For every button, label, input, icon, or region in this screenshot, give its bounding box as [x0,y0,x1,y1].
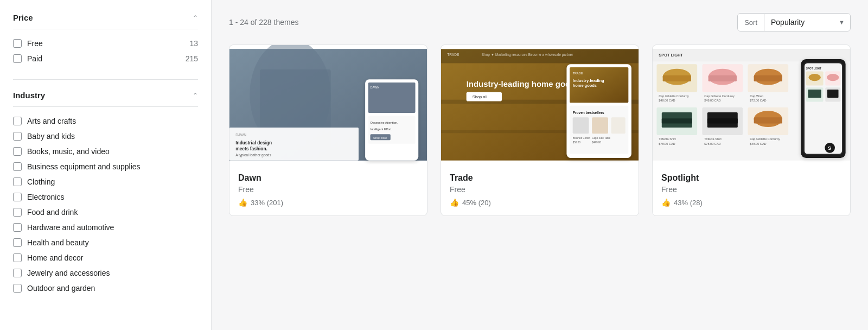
svg-rect-34 [592,117,608,134]
theme-rating-trade: 👍 45% (20) [450,198,630,207]
svg-text:$78.00 CAD: $78.00 CAD [704,142,720,145]
svg-text:Cap Giblette Corduroy: Cap Giblette Corduroy [704,94,735,98]
industry-filter-section: Industry ⌃ Arts and crafts Baby and kids… [13,91,198,296]
industry-option-clothing[interactable]: Clothing [13,174,198,189]
theme-rating-spotlight: 👍 43% (28) [661,198,841,207]
price-checkbox-free[interactable] [13,39,22,48]
industry-label-baby-and-kids: Baby and kids [27,132,75,141]
industry-label-health-and-beauty: Health and beauty [27,238,89,247]
industry-checkbox-outdoor-and-garden[interactable] [13,284,22,293]
price-chevron-icon[interactable]: ⌃ [193,14,198,22]
industry-option-outdoor-and-garden[interactable]: Outdoor and garden [13,281,198,296]
price-options-list: Free 13 Paid 215 [13,36,198,66]
svg-text:Shop now: Shop now [373,136,387,139]
svg-point-80 [827,74,839,81]
industry-option-arts-and-crafts[interactable]: Arts and crafts [13,113,198,129]
svg-text:DAWN: DAWN [235,133,246,137]
industry-label-electronics: Electronics [27,193,64,201]
themes-grid: DAWN Industrial design meets fashion. A … [229,45,851,216]
industry-chevron-icon[interactable]: ⌃ [193,92,198,99]
price-option-paid[interactable]: Paid 215 [13,51,198,66]
svg-text:Shop ▼   Marketing resources  : Shop ▼ Marketing resources Become a whol… [482,53,574,57]
industry-label-arts-and-crafts: Arts and crafts [27,117,76,125]
industry-label-books--music--and-video: Books, music, and video [27,147,110,156]
industry-checkbox-books--music--and-video[interactable] [13,147,22,156]
svg-rect-65 [707,118,738,123]
svg-rect-45 [663,75,691,81]
industry-checkbox-business-equipment-and-supplies[interactable] [13,162,22,171]
industry-checkbox-home-and-decor[interactable] [13,253,22,262]
svg-text:Industrial design: Industrial design [235,140,272,145]
industry-filter-header: Industry ⌃ [13,91,198,107]
theme-card-trade[interactable]: TRADE Shop ▼ Marketing resources Become … [441,45,639,216]
sort-container: Sort PopularityNewestPrice: Low to HighP… [737,13,851,31]
svg-text:Obsessive Attention.: Obsessive Attention. [370,121,398,124]
industry-option-health-and-beauty[interactable]: Health and beauty [13,235,198,250]
svg-text:Cap Giblette Corduroy: Cap Giblette Corduroy [659,94,689,98]
svg-text:SPOT LIGHT: SPOT LIGHT [659,53,683,58]
svg-rect-35 [611,117,626,134]
thumbs-up-icon: 👍 [661,198,671,207]
svg-text:$78.00 CAD: $78.00 CAD [659,142,675,145]
svg-text:Industry-leading: Industry-leading [573,78,604,83]
theme-price-dawn: Free [238,185,418,194]
top-bar: 1 - 24 of 228 themes Sort PopularityNewe… [229,13,851,31]
rating-text-trade: 45% (20) [462,199,491,207]
industry-checkbox-health-and-beauty[interactable] [13,238,22,247]
svg-rect-82 [808,90,821,98]
industry-checkbox-food-and-drink[interactable] [13,208,22,217]
industry-label-clothing: Clothing [27,177,55,186]
svg-text:SPOT LIGHT: SPOT LIGHT [806,67,821,70]
theme-image-dawn: DAWN Industrial design meets fashion. A … [229,45,427,164]
price-count-free: 13 [189,39,198,48]
industry-checkbox-baby-and-kids[interactable] [13,132,22,141]
industry-option-electronics[interactable]: Electronics [13,189,198,205]
price-filter-section: Price ⌃ Free 13 Paid 215 [13,13,198,66]
svg-text:Trifecta Shirt: Trifecta Shirt [704,137,722,141]
svg-text:meets fashion.: meets fashion. [235,146,267,151]
industry-label-jewelry-and-accessories: Jewelry and accessories [27,269,110,277]
theme-card-spotlight[interactable]: SPOT LIGHT Cap Giblette Corduroy $48.00 … [652,45,851,216]
theme-card-dawn[interactable]: DAWN Industrial design meets fashion. A … [229,45,427,216]
industry-checkbox-clothing[interactable] [13,177,22,186]
svg-rect-55 [754,75,782,81]
sidebar: Price ⌃ Free 13 Paid 215 Industry ⌃ [0,0,212,330]
theme-price-spotlight: Free [661,185,841,194]
svg-text:Cape Side Table: Cape Side Table [592,137,610,139]
industry-option-business-equipment-and-supplies[interactable]: Business equipment and supplies [13,159,198,174]
price-checkbox-paid[interactable] [13,54,22,63]
results-count: 1 - 24 of 228 themes [229,18,298,27]
sort-select[interactable]: PopularityNewestPrice: Low to HighPrice:… [764,14,850,31]
svg-text:TRADE: TRADE [447,53,459,56]
theme-image-spotlight: SPOT LIGHT Cap Giblette Corduroy $48.00 … [653,45,850,164]
theme-image-trade: TRADE Shop ▼ Marketing resources Become … [441,45,639,164]
svg-text:Brushed Cotton: Brushed Cotton [573,137,591,139]
price-label-paid: Paid [27,54,42,63]
price-option-free[interactable]: Free 13 [13,36,198,51]
sort-wrapper: Sort PopularityNewestPrice: Low to HighP… [737,13,851,31]
industry-option-home-and-decor[interactable]: Home and decor [13,250,198,265]
price-filter-header: Price ⌃ [13,13,198,29]
industry-option-food-and-drink[interactable]: Food and drink [13,205,198,220]
rating-text-dawn: 33% (201) [251,199,283,207]
industry-option-hardware-and-automotive[interactable]: Hardware and automotive [13,220,198,235]
industry-option-jewelry-and-accessories[interactable]: Jewelry and accessories [13,265,198,281]
industry-checkbox-jewelry-and-accessories[interactable] [13,269,22,277]
price-count-paid: 215 [186,54,198,63]
theme-info-dawn: Dawn Free 👍 33% (201) [229,164,427,215]
industry-checkbox-hardware-and-automotive[interactable] [13,223,22,232]
industry-checkbox-electronics[interactable] [13,193,22,201]
industry-label-food-and-drink: Food and drink [27,208,78,217]
svg-text:S: S [828,145,831,151]
industry-options-list: Arts and crafts Baby and kids Books, mus… [13,113,198,296]
svg-text:$50.00: $50.00 [573,141,581,144]
svg-text:DAWN: DAWN [370,86,379,89]
industry-checkbox-arts-and-crafts[interactable] [13,117,22,125]
industry-label-hardware-and-automotive: Hardware and automotive [27,223,114,232]
industry-option-baby-and-kids[interactable]: Baby and kids [13,129,198,144]
svg-rect-60 [662,118,692,123]
industry-label-outdoor-and-garden: Outdoor and garden [27,284,95,293]
theme-rating-dawn: 👍 33% (201) [238,198,418,207]
svg-text:Cap Giblette Corduroy: Cap Giblette Corduroy [750,137,780,141]
industry-option-books--music--and-video[interactable]: Books, music, and video [13,144,198,159]
